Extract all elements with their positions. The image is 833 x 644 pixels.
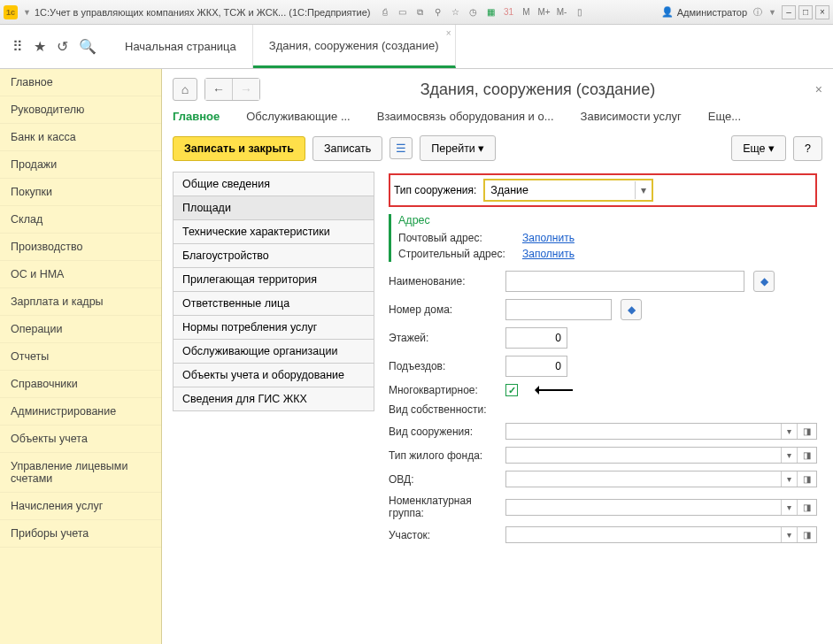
- address-group-label: Адрес: [398, 214, 817, 226]
- goto-button[interactable]: Перейти ▾: [420, 135, 496, 161]
- dropdown-icon[interactable]: ▾: [781, 527, 797, 542]
- section-amenities[interactable]: Благоустройство: [173, 243, 374, 268]
- house-input[interactable]: [505, 299, 612, 320]
- subnav-more[interactable]: Еще...: [708, 110, 741, 123]
- search-nav-icon[interactable]: 🔍: [79, 38, 96, 55]
- open-icon[interactable]: ◨: [797, 527, 816, 542]
- close-window-button[interactable]: ×: [815, 5, 829, 19]
- sidebar-item-stock[interactable]: Склад: [0, 206, 161, 234]
- dropdown-icon[interactable]: ▾: [635, 181, 652, 199]
- sidebar-item-salary[interactable]: Зарплата и кадры: [0, 288, 161, 316]
- floors-input[interactable]: [505, 327, 567, 349]
- section-responsible[interactable]: Ответственные лица: [173, 291, 374, 316]
- sidebar-item-assets[interactable]: ОС и НМА: [0, 261, 161, 288]
- tab-close-icon[interactable]: ×: [446, 28, 451, 38]
- section-tech[interactable]: Технические характеристики: [173, 219, 374, 244]
- save-button[interactable]: Записать: [312, 136, 382, 161]
- subnav-main[interactable]: Главное: [173, 110, 220, 123]
- history-nav-icon[interactable]: ↺: [57, 38, 68, 55]
- mail-addr-fill-link[interactable]: Заполнить: [522, 232, 575, 244]
- help-button[interactable]: ?: [793, 136, 822, 161]
- info-dropdown[interactable]: ▼: [768, 8, 776, 17]
- calendar-icon[interactable]: 31: [502, 5, 516, 19]
- tab-buildings[interactable]: Здания, сооружения (создание) ×: [253, 25, 456, 68]
- tab-home[interactable]: Начальная страница: [109, 25, 253, 68]
- star-icon[interactable]: ☆: [449, 5, 463, 19]
- nom-group-select[interactable]: ▾◨: [505, 499, 817, 516]
- type-input[interactable]: [485, 180, 635, 200]
- calc-icon[interactable]: ▦: [484, 5, 498, 19]
- dropdown-icon[interactable]: ▾: [781, 448, 797, 463]
- forward-button[interactable]: →: [233, 79, 259, 100]
- sidebar-item-purchases[interactable]: Покупки: [0, 179, 161, 206]
- subnav-serving[interactable]: Обслуживающие ...: [246, 110, 350, 123]
- more-button[interactable]: Еще ▾: [731, 135, 786, 161]
- multi-checkbox[interactable]: [505, 384, 518, 396]
- ovd-label: ОВД:: [389, 473, 497, 486]
- sidebar-item-accounts[interactable]: Управление лицевыми счетами: [0, 453, 161, 493]
- section-orgs[interactable]: Обслуживающие организации: [173, 339, 374, 364]
- ovd-select[interactable]: ▾◨: [505, 471, 817, 487]
- section-general[interactable]: Общие сведения: [173, 172, 374, 196]
- housing-fund-select[interactable]: ▾◨: [505, 447, 817, 464]
- info-icon[interactable]: ⓘ: [751, 5, 765, 19]
- sidebar-item-operations[interactable]: Операции: [0, 316, 161, 343]
- list-icon-button[interactable]: ☰: [390, 137, 413, 159]
- doc-icon[interactable]: ▭: [396, 5, 410, 19]
- sidebar-item-objects[interactable]: Объекты учета: [0, 426, 161, 453]
- open-icon[interactable]: ◨: [797, 424, 816, 439]
- open-icon[interactable]: ◨: [797, 500, 816, 515]
- open-icon[interactable]: ◨: [797, 472, 816, 487]
- print-icon[interactable]: ⎙: [378, 5, 392, 19]
- m-icon[interactable]: M: [520, 5, 534, 19]
- dropdown-icon[interactable]: ▾: [781, 424, 797, 439]
- minimize-button[interactable]: –: [782, 5, 796, 19]
- sidebar-item-meters[interactable]: Приборы учета: [0, 520, 161, 548]
- save-close-button[interactable]: Записать и закрыть: [173, 136, 305, 161]
- entrances-input[interactable]: [505, 356, 567, 377]
- subnav-deps[interactable]: Зависимости услуг: [581, 110, 682, 123]
- apps-icon[interactable]: ⠿: [12, 38, 23, 55]
- section-norms[interactable]: Нормы потребления услуг: [173, 315, 374, 340]
- section-areas[interactable]: Площади: [173, 196, 374, 220]
- m-plus-icon[interactable]: M+: [537, 5, 551, 19]
- sidebar-item-sales[interactable]: Продажи: [0, 151, 161, 179]
- back-button[interactable]: ←: [205, 79, 233, 100]
- plot-select[interactable]: ▾◨: [505, 526, 817, 543]
- page-close-button[interactable]: ×: [815, 82, 822, 96]
- sidebar-item-reports[interactable]: Отчеты: [0, 343, 161, 371]
- sidebar-item-admin[interactable]: Администрирование: [0, 398, 161, 426]
- home-button[interactable]: ⌂: [173, 78, 197, 101]
- sidebar-item-production[interactable]: Производство: [0, 234, 161, 261]
- sidebar-item-bank[interactable]: Банк и касса: [0, 124, 161, 151]
- sidebar-item-accruals[interactable]: Начисления услуг: [0, 493, 161, 520]
- copy-icon[interactable]: ⧉: [413, 5, 428, 19]
- star-nav-icon[interactable]: ★: [34, 38, 46, 55]
- content: ⌂ ← → Здания, сооружения (создание) × Гл…: [162, 69, 833, 644]
- sidebar-item-catalogs[interactable]: Справочники: [0, 371, 161, 398]
- type-dropdown[interactable]: ▾: [483, 179, 653, 202]
- dropdown-icon[interactable]: ▾: [781, 472, 797, 487]
- m-minus-icon[interactable]: M-: [555, 5, 569, 19]
- section-territory[interactable]: Прилегающая территория: [173, 267, 374, 292]
- subnav-relations[interactable]: Взаимосвязь оборудования и о...: [377, 110, 554, 123]
- section-gis[interactable]: Сведения для ГИС ЖКХ: [173, 387, 374, 411]
- multi-label: Многоквартирное:: [389, 384, 497, 396]
- dropdown-icon[interactable]: ▾: [781, 500, 797, 515]
- section-objects[interactable]: Объекты учета и оборудование: [173, 363, 374, 387]
- page-title: Здания, сооружения (создание): [267, 80, 808, 99]
- sidebar-item-manager[interactable]: Руководителю: [0, 96, 161, 124]
- name-input[interactable]: [505, 271, 744, 292]
- maximize-button[interactable]: □: [798, 5, 813, 19]
- link-icon[interactable]: ⚲: [431, 5, 445, 19]
- build-addr-fill-link[interactable]: Заполнить: [522, 248, 575, 260]
- house-expand-button[interactable]: ◆: [621, 299, 642, 320]
- nav-dropdown-icon[interactable]: ▼: [23, 8, 31, 17]
- name-expand-button[interactable]: ◆: [753, 271, 775, 292]
- building-kind-select[interactable]: ▾◨: [505, 423, 817, 440]
- panel-icon[interactable]: ▯: [573, 5, 587, 19]
- clock-icon[interactable]: ◷: [467, 5, 481, 19]
- tab-label: Здания, сооружения (создание): [269, 39, 439, 52]
- sidebar-item-main[interactable]: Главное: [0, 69, 161, 96]
- open-icon[interactable]: ◨: [797, 448, 816, 463]
